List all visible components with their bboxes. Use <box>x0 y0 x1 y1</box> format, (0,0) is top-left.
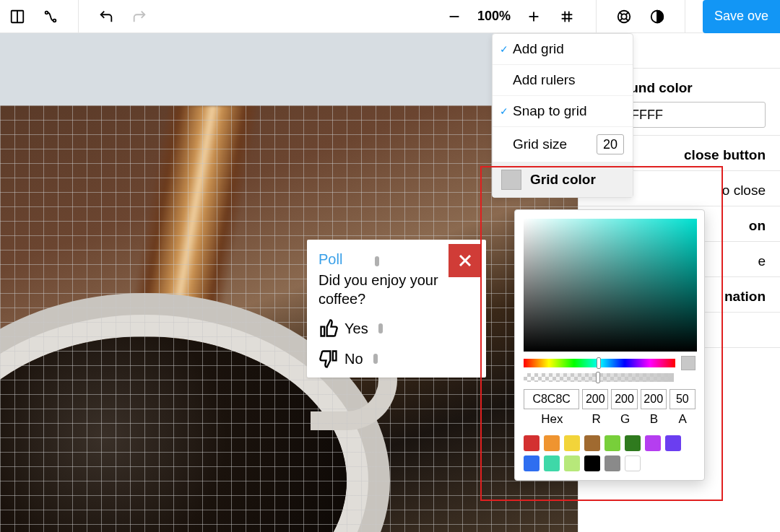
svg-line-13 <box>620 12 623 14</box>
thumbs-down-icon <box>318 349 339 369</box>
zoom-in-icon[interactable] <box>524 6 544 27</box>
path-icon[interactable] <box>40 6 61 27</box>
poll-option-no[interactable]: No <box>318 349 474 369</box>
svg-line-14 <box>626 12 629 14</box>
undo-icon[interactable] <box>96 6 116 27</box>
divider <box>685 0 685 33</box>
r-label: R <box>584 412 610 427</box>
a-input[interactable] <box>670 389 696 409</box>
drag-handle-icon[interactable] <box>373 354 378 364</box>
alpha-slider[interactable] <box>524 373 674 382</box>
color-swatch[interactable] <box>604 435 620 451</box>
g-label: G <box>612 412 638 427</box>
b-input[interactable] <box>641 389 667 409</box>
hex-label: Hex <box>524 412 581 427</box>
zoom-level: 100% <box>477 9 511 24</box>
color-swatch[interactable] <box>665 435 681 451</box>
grid-menu: ✓ Add grid Add rulers ✓ Snap to grid Gri… <box>492 33 633 198</box>
toolbar-left <box>0 0 150 33</box>
color-swatch[interactable] <box>544 435 560 451</box>
svg-point-12 <box>621 14 626 19</box>
color-swatch[interactable] <box>524 435 540 451</box>
thumbs-up-icon <box>318 318 339 339</box>
toolbar-right: Save ove <box>577 0 780 33</box>
color-swatch[interactable] <box>564 435 580 451</box>
color-swatch[interactable] <box>625 435 641 451</box>
menu-add-grid[interactable]: ✓ Add grid <box>493 34 633 65</box>
menu-grid-color[interactable]: Grid color <box>493 162 633 197</box>
swatch-palette <box>524 435 696 471</box>
svg-point-3 <box>53 19 56 22</box>
poll-yes-label: Yes <box>344 320 368 337</box>
saturation-value-area[interactable] <box>524 219 697 352</box>
contrast-icon[interactable] <box>647 6 667 27</box>
current-color-swatch <box>681 356 696 370</box>
zoom-out-icon[interactable] <box>444 6 464 27</box>
canvas-background-image <box>0 105 578 532</box>
hue-slider[interactable] <box>524 359 675 367</box>
color-swatch[interactable] <box>604 455 620 471</box>
help-icon[interactable] <box>614 6 634 27</box>
color-swatch[interactable] <box>584 435 600 451</box>
layout-icon[interactable] <box>7 6 27 27</box>
color-swatch[interactable] <box>564 455 580 471</box>
menu-grid-size: Grid size <box>493 127 633 162</box>
redo-icon[interactable] <box>129 6 150 27</box>
poll-option-yes[interactable]: Yes <box>318 318 474 339</box>
grid-icon[interactable] <box>557 6 577 27</box>
menu-add-rulers[interactable]: Add rulers <box>493 65 633 96</box>
save-button[interactable]: Save ove <box>703 0 780 33</box>
divider <box>78 0 79 33</box>
color-picker: Hex R G B A <box>514 209 705 481</box>
grid-color-swatch[interactable] <box>501 170 521 190</box>
poll-title[interactable]: Poll <box>318 251 342 267</box>
svg-point-2 <box>46 11 48 14</box>
r-input[interactable] <box>582 389 608 409</box>
color-swatch[interactable] <box>524 455 540 471</box>
color-swatch[interactable] <box>584 455 600 471</box>
grid-size-input[interactable] <box>597 134 624 154</box>
poll-no-label: No <box>344 351 363 367</box>
toolbar-zoom: 100% <box>444 6 577 27</box>
drag-handle-icon[interactable] <box>375 256 379 266</box>
menu-snap-to-grid[interactable]: ✓ Snap to grid <box>493 96 633 127</box>
drag-handle-icon[interactable] <box>378 323 383 333</box>
poll-widget[interactable]: Poll Did you enjoy your coffee? Yes No <box>307 240 486 378</box>
g-input[interactable] <box>611 389 637 409</box>
svg-line-15 <box>620 18 623 21</box>
toolbar: 100% Save ove <box>0 0 780 33</box>
hex-input[interactable] <box>524 389 579 409</box>
poll-close-button[interactable] <box>448 244 482 277</box>
divider <box>596 0 597 33</box>
color-swatch[interactable] <box>645 435 661 451</box>
check-icon: ✓ <box>500 43 513 55</box>
canvas-area[interactable]: Poll Did you enjoy your coffee? Yes No <box>0 33 578 532</box>
svg-line-16 <box>626 18 629 21</box>
check-icon: ✓ <box>500 105 513 117</box>
b-label: B <box>641 412 667 427</box>
a-label: A <box>670 412 696 427</box>
color-swatch[interactable] <box>625 455 641 471</box>
color-swatch[interactable] <box>544 455 560 471</box>
